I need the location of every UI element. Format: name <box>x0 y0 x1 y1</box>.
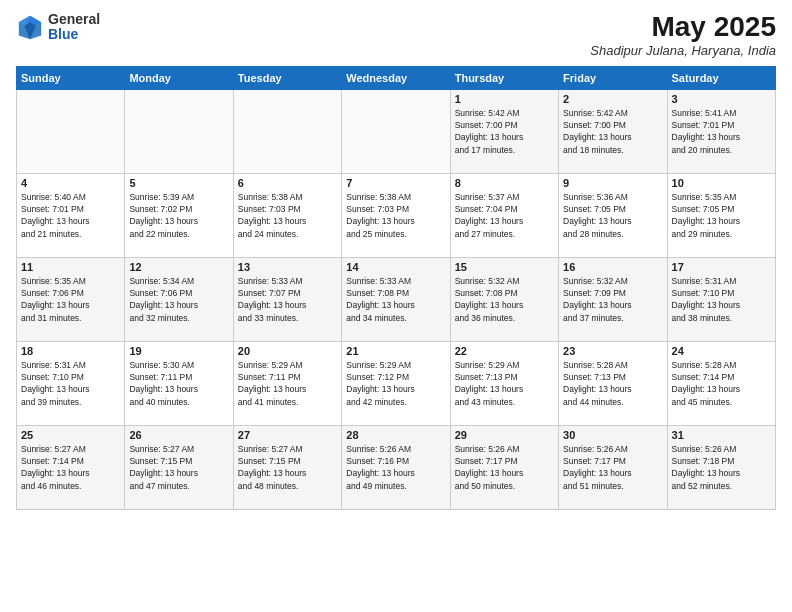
logo-icon <box>16 13 44 41</box>
day-cell <box>125 89 233 173</box>
logo-blue-text: Blue <box>48 27 100 42</box>
day-info: Sunrise: 5:36 AMSunset: 7:05 PMDaylight:… <box>563 191 662 240</box>
day-cell: 12Sunrise: 5:34 AMSunset: 7:06 PMDayligh… <box>125 257 233 341</box>
day-info: Sunrise: 5:40 AMSunset: 7:01 PMDaylight:… <box>21 191 120 240</box>
day-cell: 23Sunrise: 5:28 AMSunset: 7:13 PMDayligh… <box>559 341 667 425</box>
day-number: 2 <box>563 93 662 105</box>
day-cell: 30Sunrise: 5:26 AMSunset: 7:17 PMDayligh… <box>559 425 667 509</box>
col-wednesday: Wednesday <box>342 66 450 89</box>
month-title: May 2025 <box>590 12 776 43</box>
day-info: Sunrise: 5:35 AMSunset: 7:06 PMDaylight:… <box>21 275 120 324</box>
day-info: Sunrise: 5:26 AMSunset: 7:18 PMDaylight:… <box>672 443 771 492</box>
day-info: Sunrise: 5:39 AMSunset: 7:02 PMDaylight:… <box>129 191 228 240</box>
day-number: 24 <box>672 345 771 357</box>
col-thursday: Thursday <box>450 66 558 89</box>
day-info: Sunrise: 5:29 AMSunset: 7:13 PMDaylight:… <box>455 359 554 408</box>
day-info: Sunrise: 5:38 AMSunset: 7:03 PMDaylight:… <box>238 191 337 240</box>
day-number: 15 <box>455 261 554 273</box>
col-saturday: Saturday <box>667 66 775 89</box>
day-number: 3 <box>672 93 771 105</box>
day-info: Sunrise: 5:42 AMSunset: 7:00 PMDaylight:… <box>455 107 554 156</box>
day-number: 22 <box>455 345 554 357</box>
day-info: Sunrise: 5:27 AMSunset: 7:15 PMDaylight:… <box>129 443 228 492</box>
day-info: Sunrise: 5:26 AMSunset: 7:16 PMDaylight:… <box>346 443 445 492</box>
day-number: 16 <box>563 261 662 273</box>
day-cell: 6Sunrise: 5:38 AMSunset: 7:03 PMDaylight… <box>233 173 341 257</box>
week-row-1: 1Sunrise: 5:42 AMSunset: 7:00 PMDaylight… <box>17 89 776 173</box>
day-cell: 8Sunrise: 5:37 AMSunset: 7:04 PMDaylight… <box>450 173 558 257</box>
col-sunday: Sunday <box>17 66 125 89</box>
day-info: Sunrise: 5:42 AMSunset: 7:00 PMDaylight:… <box>563 107 662 156</box>
day-cell: 1Sunrise: 5:42 AMSunset: 7:00 PMDaylight… <box>450 89 558 173</box>
day-number: 12 <box>129 261 228 273</box>
day-info: Sunrise: 5:31 AMSunset: 7:10 PMDaylight:… <box>672 275 771 324</box>
day-cell: 4Sunrise: 5:40 AMSunset: 7:01 PMDaylight… <box>17 173 125 257</box>
day-cell: 5Sunrise: 5:39 AMSunset: 7:02 PMDaylight… <box>125 173 233 257</box>
day-info: Sunrise: 5:38 AMSunset: 7:03 PMDaylight:… <box>346 191 445 240</box>
header-row: Sunday Monday Tuesday Wednesday Thursday… <box>17 66 776 89</box>
day-cell: 17Sunrise: 5:31 AMSunset: 7:10 PMDayligh… <box>667 257 775 341</box>
day-info: Sunrise: 5:32 AMSunset: 7:09 PMDaylight:… <box>563 275 662 324</box>
day-cell: 25Sunrise: 5:27 AMSunset: 7:14 PMDayligh… <box>17 425 125 509</box>
day-number: 30 <box>563 429 662 441</box>
day-info: Sunrise: 5:28 AMSunset: 7:14 PMDaylight:… <box>672 359 771 408</box>
day-cell: 7Sunrise: 5:38 AMSunset: 7:03 PMDaylight… <box>342 173 450 257</box>
day-number: 1 <box>455 93 554 105</box>
week-row-2: 4Sunrise: 5:40 AMSunset: 7:01 PMDaylight… <box>17 173 776 257</box>
day-cell: 9Sunrise: 5:36 AMSunset: 7:05 PMDaylight… <box>559 173 667 257</box>
week-row-3: 11Sunrise: 5:35 AMSunset: 7:06 PMDayligh… <box>17 257 776 341</box>
day-number: 20 <box>238 345 337 357</box>
day-cell: 20Sunrise: 5:29 AMSunset: 7:11 PMDayligh… <box>233 341 341 425</box>
logo: General Blue <box>16 12 100 43</box>
day-cell: 26Sunrise: 5:27 AMSunset: 7:15 PMDayligh… <box>125 425 233 509</box>
day-cell: 15Sunrise: 5:32 AMSunset: 7:08 PMDayligh… <box>450 257 558 341</box>
day-cell: 10Sunrise: 5:35 AMSunset: 7:05 PMDayligh… <box>667 173 775 257</box>
day-info: Sunrise: 5:29 AMSunset: 7:12 PMDaylight:… <box>346 359 445 408</box>
day-info: Sunrise: 5:27 AMSunset: 7:14 PMDaylight:… <box>21 443 120 492</box>
day-number: 14 <box>346 261 445 273</box>
day-cell <box>342 89 450 173</box>
day-cell: 24Sunrise: 5:28 AMSunset: 7:14 PMDayligh… <box>667 341 775 425</box>
day-info: Sunrise: 5:37 AMSunset: 7:04 PMDaylight:… <box>455 191 554 240</box>
day-number: 27 <box>238 429 337 441</box>
day-number: 10 <box>672 177 771 189</box>
day-number: 18 <box>21 345 120 357</box>
day-number: 9 <box>563 177 662 189</box>
day-cell: 11Sunrise: 5:35 AMSunset: 7:06 PMDayligh… <box>17 257 125 341</box>
day-number: 26 <box>129 429 228 441</box>
day-info: Sunrise: 5:27 AMSunset: 7:15 PMDaylight:… <box>238 443 337 492</box>
day-cell <box>17 89 125 173</box>
day-info: Sunrise: 5:33 AMSunset: 7:08 PMDaylight:… <box>346 275 445 324</box>
day-cell: 18Sunrise: 5:31 AMSunset: 7:10 PMDayligh… <box>17 341 125 425</box>
day-cell: 13Sunrise: 5:33 AMSunset: 7:07 PMDayligh… <box>233 257 341 341</box>
day-number: 13 <box>238 261 337 273</box>
day-number: 28 <box>346 429 445 441</box>
day-info: Sunrise: 5:33 AMSunset: 7:07 PMDaylight:… <box>238 275 337 324</box>
col-friday: Friday <box>559 66 667 89</box>
day-number: 25 <box>21 429 120 441</box>
day-cell: 19Sunrise: 5:30 AMSunset: 7:11 PMDayligh… <box>125 341 233 425</box>
day-info: Sunrise: 5:26 AMSunset: 7:17 PMDaylight:… <box>563 443 662 492</box>
day-info: Sunrise: 5:31 AMSunset: 7:10 PMDaylight:… <box>21 359 120 408</box>
day-info: Sunrise: 5:29 AMSunset: 7:11 PMDaylight:… <box>238 359 337 408</box>
calendar-body: 1Sunrise: 5:42 AMSunset: 7:00 PMDaylight… <box>17 89 776 509</box>
day-number: 7 <box>346 177 445 189</box>
day-cell: 21Sunrise: 5:29 AMSunset: 7:12 PMDayligh… <box>342 341 450 425</box>
page: General Blue May 2025 Shadipur Julana, H… <box>0 0 792 612</box>
day-info: Sunrise: 5:32 AMSunset: 7:08 PMDaylight:… <box>455 275 554 324</box>
day-cell <box>233 89 341 173</box>
day-number: 6 <box>238 177 337 189</box>
calendar-header: Sunday Monday Tuesday Wednesday Thursday… <box>17 66 776 89</box>
day-info: Sunrise: 5:30 AMSunset: 7:11 PMDaylight:… <box>129 359 228 408</box>
day-cell: 16Sunrise: 5:32 AMSunset: 7:09 PMDayligh… <box>559 257 667 341</box>
calendar-table: Sunday Monday Tuesday Wednesday Thursday… <box>16 66 776 510</box>
title-block: May 2025 Shadipur Julana, Haryana, India <box>590 12 776 58</box>
day-cell: 14Sunrise: 5:33 AMSunset: 7:08 PMDayligh… <box>342 257 450 341</box>
day-cell: 2Sunrise: 5:42 AMSunset: 7:00 PMDaylight… <box>559 89 667 173</box>
day-info: Sunrise: 5:35 AMSunset: 7:05 PMDaylight:… <box>672 191 771 240</box>
day-cell: 29Sunrise: 5:26 AMSunset: 7:17 PMDayligh… <box>450 425 558 509</box>
day-number: 4 <box>21 177 120 189</box>
day-cell: 31Sunrise: 5:26 AMSunset: 7:18 PMDayligh… <box>667 425 775 509</box>
logo-text: General Blue <box>48 12 100 43</box>
day-number: 23 <box>563 345 662 357</box>
